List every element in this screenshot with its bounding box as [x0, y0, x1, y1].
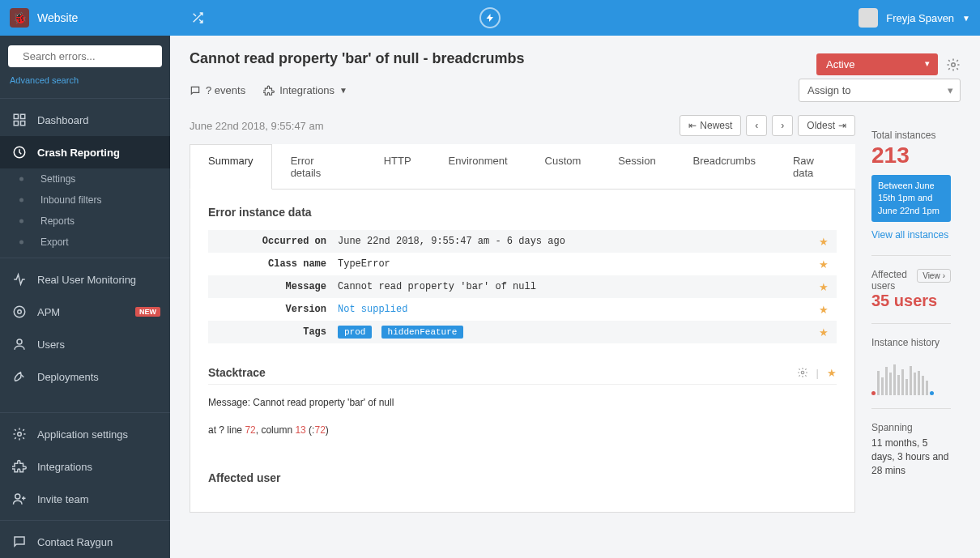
shuffle-icon[interactable] — [191, 11, 204, 24]
stacktrace-body: Message: Cannot read property 'bar' of n… — [208, 394, 837, 439]
svg-point-8 — [17, 339, 22, 344]
nav-export[interactable]: Export — [0, 232, 170, 253]
tag-chip[interactable]: hiddenFeature — [381, 326, 464, 339]
nav-rum[interactable]: Real User Monitoring — [0, 263, 170, 296]
nav-invite[interactable]: Invite team — [0, 483, 170, 515]
total-instances-label: Total instances — [871, 130, 951, 141]
chat-icon — [11, 534, 28, 550]
tag-chip[interactable]: prod — [338, 326, 372, 339]
row-occurred: Occurred on June 22nd 2018, 9:55:47 am -… — [208, 230, 837, 253]
nav-apm[interactable]: APM NEW — [0, 296, 170, 328]
dashboard-icon — [11, 112, 28, 128]
tab-summary[interactable]: Summary — [190, 144, 272, 190]
stacktrace-title: Stacktrace — [208, 366, 266, 379]
nav-integrations[interactable]: Integrations — [0, 450, 170, 483]
view-users-button[interactable]: View› — [917, 269, 951, 283]
app-icon: 🐞 — [10, 8, 29, 28]
pulse-icon — [11, 271, 28, 288]
svg-point-12 — [801, 371, 804, 374]
star-icon[interactable]: ★ — [819, 236, 829, 248]
pager-oldest[interactable]: Oldest⇥ — [798, 115, 855, 136]
app-name: Website — [37, 11, 78, 24]
svg-point-7 — [18, 310, 22, 314]
new-badge: NEW — [135, 307, 160, 317]
affected-users-label: Affected users — [871, 269, 912, 292]
pager-next[interactable]: › — [772, 115, 793, 136]
star-icon[interactable]: ★ — [819, 304, 829, 316]
user-menu-caret[interactable]: ▼ — [962, 14, 970, 23]
date-range-box[interactable]: Between June 15th 1pm and June 22nd 1pm — [871, 175, 951, 222]
tab-raw[interactable]: Raw data — [774, 144, 855, 189]
star-icon[interactable]: ★ — [819, 281, 829, 293]
events-link[interactable]: ? events — [190, 84, 245, 96]
rocket-icon — [11, 368, 28, 385]
tab-error-details[interactable]: Error details — [272, 144, 365, 189]
instance-history-sparkline — [871, 355, 951, 395]
integrations-dropdown[interactable]: Integrations ▼ — [263, 84, 347, 96]
spanning-label: Spanning — [871, 422, 951, 433]
svg-rect-1 — [14, 114, 18, 118]
affected-user-title: Affected user — [208, 471, 837, 484]
svg-point-10 — [15, 494, 20, 499]
puzzle-icon — [263, 85, 275, 96]
total-instances-value: 213 — [871, 143, 951, 168]
nav-contact[interactable]: Contact Raygun — [0, 526, 170, 558]
row-tags: Tags prod hiddenFeature ★ — [208, 321, 837, 343]
svg-rect-4 — [21, 121, 25, 126]
sidebar: Advanced search Dashboard Crash Reportin… — [0, 36, 170, 558]
status-dropdown[interactable]: Active — [816, 53, 938, 75]
gear-icon — [11, 426, 28, 442]
svg-point-11 — [952, 62, 956, 66]
page-title: Cannot read property 'bar' of null - bre… — [190, 50, 525, 67]
tab-http[interactable]: HTTP — [365, 144, 430, 189]
star-icon[interactable]: ★ — [819, 258, 829, 270]
row-class: Class name TypeError ★ — [208, 253, 837, 275]
user-name[interactable]: Freyja Spaven — [886, 12, 954, 24]
nav-deployments[interactable]: Deployments — [0, 360, 170, 393]
apm-icon — [11, 304, 28, 320]
svg-rect-2 — [21, 114, 25, 118]
invite-icon — [11, 491, 28, 507]
pager-prev[interactable]: ‹ — [746, 115, 767, 136]
users-icon — [11, 336, 28, 352]
assign-dropdown[interactable]: Assign to — [799, 79, 961, 102]
nav-reports[interactable]: Reports — [0, 211, 170, 232]
row-version: Version Not supplied ★ — [208, 298, 837, 321]
svg-point-6 — [14, 306, 25, 317]
timestamp: June 22nd 2018, 9:55:47 am — [190, 120, 324, 132]
nav-app-settings[interactable]: Application settings — [0, 418, 170, 450]
view-all-instances-link[interactable]: View all instances — [871, 228, 951, 242]
right-column: Total instances 213 Between June 15th 1p… — [871, 115, 961, 513]
tab-environment[interactable]: Environment — [430, 144, 526, 189]
tab-custom[interactable]: Custom — [526, 144, 600, 189]
nav-settings[interactable]: Settings — [0, 168, 170, 190]
instance-section-title: Error instance data — [208, 206, 837, 219]
tabs: Summary Error details HTTP Environment C… — [190, 144, 855, 190]
row-message: Message Cannot read property 'bar' of nu… — [208, 275, 837, 298]
instance-history-label: Instance history — [871, 337, 951, 348]
comment-icon — [190, 85, 201, 96]
pager-newest[interactable]: ⇤Newest — [680, 115, 741, 136]
crash-icon — [11, 144, 28, 160]
affected-users-value: 35 users — [871, 292, 951, 310]
avatar[interactable] — [859, 8, 878, 28]
svg-rect-3 — [14, 121, 18, 126]
star-icon[interactable]: ★ — [827, 367, 837, 379]
svg-point-9 — [18, 432, 22, 437]
nav-crash-reporting[interactable]: Crash Reporting — [0, 136, 170, 168]
tab-breadcrumbs[interactable]: Breadcrumbs — [675, 144, 774, 189]
nav-inbound-filters[interactable]: Inbound filters — [0, 190, 170, 211]
tab-session[interactable]: Session — [599, 144, 674, 189]
search-input[interactable] — [8, 45, 162, 67]
nav-dashboard[interactable]: Dashboard — [0, 104, 170, 136]
settings-gear-icon[interactable] — [946, 58, 961, 72]
advanced-search-link[interactable]: Advanced search — [0, 72, 170, 93]
nav-users[interactable]: Users — [0, 328, 170, 360]
spanning-value: 11 months, 5 days, 3 hours and 28 mins — [871, 437, 951, 477]
star-icon[interactable]: ★ — [819, 326, 829, 339]
topbar: 🐞 Website Freyja Spaven ▼ — [0, 0, 980, 36]
puzzle-icon — [11, 458, 28, 475]
stack-gear-icon[interactable] — [797, 367, 808, 379]
bolt-icon[interactable] — [479, 7, 501, 28]
